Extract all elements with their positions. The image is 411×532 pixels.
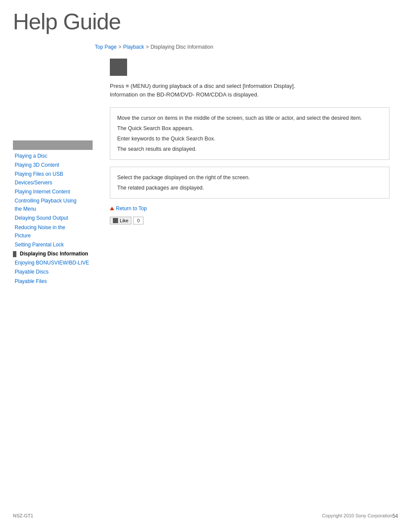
page-number: 54 bbox=[392, 513, 398, 519]
sidebar: Playing a Disc Playing 3D Content Playin… bbox=[13, 54, 97, 286]
info-box1-line3: The Quick Search Box appears. bbox=[117, 124, 382, 133]
main-layout: Playing a Disc Playing 3D Content Playin… bbox=[0, 54, 411, 286]
like-button[interactable]: Like bbox=[110, 217, 131, 224]
header: Help Guide bbox=[0, 0, 411, 39]
sidebar-item-playing-usb[interactable]: Playing Files on USBDevices/Servers bbox=[13, 170, 93, 187]
info-box1-line1: Move the cursor on items in the middle o… bbox=[117, 114, 382, 122]
content-area: Press ≡ (MENU) during playback of a disc… bbox=[97, 54, 398, 286]
sidebar-item-playing-disc[interactable]: Playing a Disc bbox=[13, 152, 93, 161]
sidebar-item-playable-discs[interactable]: Playable Discs bbox=[13, 268, 93, 277]
sidebar-section-header bbox=[13, 140, 93, 150]
like-label: Like bbox=[120, 218, 128, 223]
return-to-top-link[interactable]: Return to Top bbox=[110, 205, 389, 212]
sidebar-item-delaying-sound[interactable]: Delaying Sound Output bbox=[13, 214, 93, 223]
main-description: Press ≡ (MENU) during playback of a disc… bbox=[110, 82, 389, 99]
description-line1: Press ≡ (MENU) during playback of a disc… bbox=[110, 83, 295, 89]
info-box1-line4: Enter keywords to the Quick Search Box. bbox=[117, 134, 382, 143]
copyright: Copyright 2010 Sony Corporation bbox=[33, 513, 392, 519]
disc-image bbox=[110, 59, 127, 76]
info-box2-line1: Select the package displayed on the righ… bbox=[117, 173, 382, 182]
description-line2: Information on the BD-ROM/DVD- ROM/CDDA … bbox=[110, 91, 258, 98]
sidebar-item-parental-lock[interactable]: Setting Parental Lock bbox=[13, 240, 93, 249]
like-count: 0 bbox=[133, 217, 143, 224]
menu-icon: ≡ bbox=[126, 82, 129, 90]
like-thumb-icon bbox=[113, 218, 118, 223]
breadcrumb-sep1: > bbox=[118, 44, 121, 50]
sidebar-item-playing-internet[interactable]: Playing Internet Content bbox=[13, 187, 93, 196]
breadcrumb-sep2: > bbox=[146, 44, 149, 50]
sidebar-item-playable-files[interactable]: Playable Files bbox=[13, 277, 93, 286]
return-triangle-icon bbox=[110, 207, 114, 210]
return-to-top-label: Return to Top bbox=[116, 205, 147, 212]
sidebar-item-enjoying-bonusview[interactable]: Enjoying BONUSVIEW/BD-LIVE bbox=[13, 258, 93, 268]
sidebar-item-reducing-noise[interactable]: Reducing Noise in thePicture bbox=[13, 223, 93, 240]
info-box-1: Move the cursor on items in the middle o… bbox=[110, 107, 389, 160]
sidebar-active-indicator bbox=[13, 251, 16, 257]
breadcrumb: Top Page > Playback > Displaying Disc In… bbox=[0, 39, 411, 54]
page-title: Help Guide bbox=[13, 9, 398, 34]
footer: NSZ-GT1 Copyright 2010 Sony Corporation … bbox=[0, 513, 411, 519]
sidebar-item-playing-3d[interactable]: Playing 3D Content bbox=[13, 161, 93, 170]
info-box1-line5: The search results are displayed. bbox=[117, 145, 382, 153]
info-box-2: Select the package displayed on the righ… bbox=[110, 167, 389, 199]
breadcrumb-current: Displaying Disc Information bbox=[150, 44, 213, 50]
model-number: NSZ-GT1 bbox=[13, 513, 33, 519]
breadcrumb-top-page[interactable]: Top Page bbox=[95, 44, 117, 50]
info-box2-line2: The related packages are displayed. bbox=[117, 184, 382, 192]
breadcrumb-playback[interactable]: Playback bbox=[123, 44, 144, 50]
like-area: Like 0 bbox=[110, 217, 389, 224]
sidebar-item-controlling-playback[interactable]: Controlling Playback Usingthe Menu bbox=[13, 196, 93, 214]
sidebar-item-disc-info-container: Displaying Disc Information bbox=[13, 249, 93, 258]
sidebar-item-disc-info[interactable]: Displaying Disc Information bbox=[18, 249, 88, 258]
